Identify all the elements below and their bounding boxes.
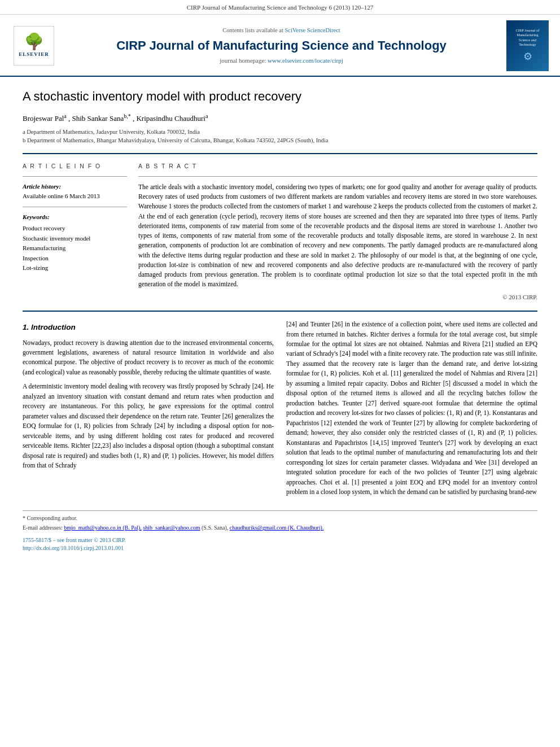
journal-cover: CIRP Journal ofManufacturingScience andT… bbox=[506, 20, 549, 71]
keyword-4: Inspection bbox=[23, 254, 127, 264]
sciverse-link[interactable]: SciVerse ScienceDirect bbox=[285, 27, 340, 33]
right-column: [24] and Teunter [26] in the existence o… bbox=[286, 320, 537, 501]
elsevier-logo: 🌳 ELSEVIER bbox=[11, 26, 56, 65]
elsevier-label: ELSEVIER bbox=[19, 51, 49, 58]
article-title: A stochastic inventory model with produc… bbox=[23, 88, 537, 106]
footnotes: * Corresponding author. E-mail addresses… bbox=[23, 510, 537, 552]
issn-line: 1755-5817/$ – see front matter © 2013 CI… bbox=[23, 536, 537, 552]
author3-sup: a bbox=[205, 113, 208, 119]
author1-sup: a bbox=[64, 113, 66, 119]
keyword-5: Lot-sizing bbox=[23, 263, 127, 273]
abstract-text: The article deals with a stochastic inve… bbox=[138, 182, 537, 290]
article-info: A R T I C L E I N F O Article history: A… bbox=[23, 162, 127, 302]
email2-link[interactable]: shib_sankar@yahoo.com bbox=[143, 525, 200, 531]
fn-star: * Corresponding author. bbox=[23, 514, 537, 522]
article-info-label: A R T I C L E I N F O bbox=[23, 162, 127, 171]
sciverse-line: Contents lists available at SciVerse Sci… bbox=[62, 27, 501, 35]
doi-link[interactable]: http://dx.doi.org/10.1016/j.cirpj.2013.0… bbox=[23, 545, 124, 551]
abstract-col: A B S T R A C T The article deals with a… bbox=[138, 162, 537, 302]
authors: Brojeswar Pala , Shib Sankar Sanab,* , K… bbox=[23, 112, 537, 124]
fn-emails: E-mail addresses: bmjo_math@yahoo.co.in … bbox=[23, 524, 537, 532]
journal-homepage: journal homepage: www.elsevier.com/locat… bbox=[62, 56, 501, 65]
email3: (S.S. Sana), bbox=[202, 525, 228, 531]
article-meta-row: A R T I C L E I N F O Article history: A… bbox=[23, 162, 537, 302]
journal-main-title: CIRP Journal of Manufacturing Science an… bbox=[62, 37, 501, 55]
top-bar: CIRP Journal of Manufacturing Science an… bbox=[0, 0, 560, 15]
affiliations: a Department of Mathematics, Jadavpur Un… bbox=[23, 128, 537, 146]
thick-divider bbox=[23, 153, 537, 154]
author2-sup: b,* bbox=[124, 113, 131, 119]
email4-link[interactable]: chaudhuriks@gmail.com (K. Chaudhuri). bbox=[230, 525, 324, 531]
affil-b: b Department of Mathematics, Bhangar Mah… bbox=[23, 137, 328, 143]
intro-p2: A deterministic inventory model dealing … bbox=[23, 382, 274, 470]
keywords-label: Keywords: bbox=[23, 213, 127, 221]
journal-title-block: Contents lists available at SciVerse Sci… bbox=[62, 27, 501, 65]
abstract-label: A B S T R A C T bbox=[138, 162, 537, 171]
intro-heading: 1. Introduction bbox=[23, 322, 274, 334]
email1-link[interactable]: bmjo_math@yahoo.co.in (B. Pal), bbox=[64, 525, 142, 531]
body-columns: 1. Introduction Nowadays, product recove… bbox=[23, 320, 537, 501]
author2-name: , Shib Sankar Sana bbox=[68, 115, 124, 123]
info-divider bbox=[23, 176, 127, 177]
keywords-block: Keywords: Product recovery Stochastic in… bbox=[23, 213, 127, 273]
page: CIRP Journal of Manufacturing Science an… bbox=[0, 0, 560, 747]
email-label: E-mail addresses: bbox=[23, 525, 64, 531]
history-label: Article history: bbox=[23, 182, 127, 191]
author1-name: Brojeswar Pal bbox=[23, 115, 64, 123]
intro-col2-p1: [24] and Teunter [26] in the existence o… bbox=[286, 320, 537, 497]
keyword-1: Product recovery bbox=[23, 224, 127, 234]
issn-text: 1755-5817/$ – see front matter © 2013 CI… bbox=[23, 537, 126, 543]
article-body: A stochastic inventory model with produc… bbox=[0, 77, 560, 569]
history-value: Available online 6 March 2013 bbox=[23, 192, 127, 200]
keywords-divider bbox=[23, 207, 127, 207]
abstract-divider bbox=[138, 176, 537, 177]
journal-cover-text: CIRP Journal ofManufacturingScience andT… bbox=[515, 28, 539, 47]
left-column: 1. Introduction Nowadays, product recove… bbox=[23, 320, 274, 501]
journal-citation: CIRP Journal of Manufacturing Science an… bbox=[187, 4, 374, 11]
journal-header: 🌳 ELSEVIER Contents lists available at S… bbox=[0, 15, 560, 77]
tree-icon: 🌳 bbox=[24, 34, 44, 50]
copyright-line: © 2013 CIRP. bbox=[138, 293, 537, 302]
journal-cover-icon: ⚙ bbox=[523, 50, 532, 64]
author3-name: , Kripasindhu Chaudhuri bbox=[133, 115, 205, 123]
keyword-3: Remanufacturing bbox=[23, 243, 127, 254]
body-divider bbox=[23, 311, 537, 312]
homepage-link[interactable]: www.elsevier.com/locate/cirpj bbox=[268, 57, 343, 64]
keyword-2: Stochastic inventory model bbox=[23, 234, 127, 244]
intro-p1: Nowadays, product recovery is drawing at… bbox=[23, 338, 274, 378]
affil-a: a Department of Mathematics, Jadavpur Un… bbox=[23, 129, 200, 135]
logo-box: 🌳 ELSEVIER bbox=[14, 26, 54, 65]
article-history: Article history: Available online 6 Marc… bbox=[23, 182, 127, 201]
